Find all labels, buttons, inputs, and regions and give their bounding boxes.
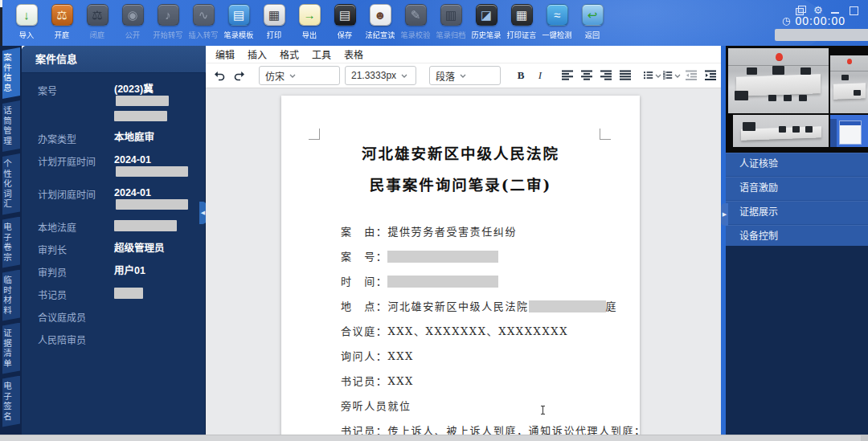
menu-2[interactable]: 插入 — [241, 47, 273, 61]
case-field-value: 超级管理员 — [114, 243, 165, 256]
toolbar-button-export[interactable]: →导出 — [292, 4, 327, 40]
case-field-value: 用户01 — [114, 265, 145, 279]
sidebar-tab-7[interactable]: 电子签名 — [2, 376, 20, 427]
redaction-block — [116, 96, 169, 106]
toolbar-button-label: 导入 — [19, 29, 34, 40]
case-field-row: 审判员用户01 — [38, 265, 206, 279]
redo-button[interactable] — [230, 67, 248, 84]
case-field-value: 2024-01 — [114, 187, 206, 211]
start-transcribe-icon: ♪ — [158, 4, 179, 26]
toolbar-button-close-court[interactable]: ⚖闭庭 — [80, 4, 115, 40]
undo-button[interactable] — [211, 67, 228, 84]
sidebar-tab-6[interactable]: 证据清单 — [2, 323, 20, 374]
document-line: 合议庭：XXX、XXXXXXX、XXXXXXXX — [341, 323, 640, 348]
camera-bottom-view — [733, 115, 829, 147]
toolbar-button-back[interactable]: ↩返回 — [575, 4, 610, 40]
align-center-button[interactable] — [578, 67, 596, 84]
indent-button[interactable] — [702, 67, 719, 84]
italic-button[interactable]: I — [531, 67, 549, 84]
document-page[interactable]: 河北雄安新区中级人民法院 民事案件询问笔录(二审) 案 由：提供劳务者受害责任纠… — [281, 96, 640, 435]
case-field-label: 人民陪审员 — [38, 333, 114, 346]
right-panel-button-3[interactable]: 证据展示 — [726, 201, 868, 225]
chevron-down-icon — [401, 74, 407, 78]
national-emblem — [776, 53, 783, 61]
toolbar-button-history-record[interactable]: ◪历史笔录 — [469, 4, 504, 40]
toolbar-button-print[interactable]: ▦打印 — [256, 4, 292, 40]
toolbar-button-print-testimony[interactable]: ▦打印证言 — [504, 4, 539, 40]
toolbar-button-open-court[interactable]: ⚖开庭 — [44, 4, 80, 40]
bottom-scrollbar[interactable] — [0, 435, 868, 441]
case-field-label: 书记员 — [38, 288, 114, 301]
record-archive-icon: ▥ — [440, 4, 462, 26]
menu-1[interactable]: 编辑 — [209, 47, 241, 61]
maximize-icon[interactable] — [849, 6, 858, 15]
menu-5[interactable]: 表格 — [338, 47, 370, 61]
collapsed-info-bar[interactable] — [775, 29, 868, 41]
case-field-value — [114, 220, 177, 234]
record-verify-icon: ✎ — [405, 4, 427, 26]
right-panel-button-1[interactable]: 人证核验 — [726, 153, 868, 177]
editor-canvas[interactable]: 河北雄安新区中级人民法院 民事案件询问笔录(二审) 案 由：提供劳务者受害责任纠… — [206, 88, 721, 435]
document-line: 询问人：XXX — [341, 348, 640, 373]
toolbar-button-record-archive[interactable]: ▥笔录归档 — [433, 4, 469, 40]
toolbar-button-record-verify[interactable]: ✎笔录校验 — [398, 4, 433, 40]
back-icon: ↩ — [582, 4, 604, 26]
sidebar-tab-5[interactable]: 临时材料 — [2, 270, 20, 321]
toolbar-button-start-transcribe[interactable]: ♪开始转写 — [150, 4, 186, 40]
toolbar-button-record-template[interactable]: ▤笔录模板 — [221, 4, 256, 40]
toolbar-button-save[interactable]: ▤保存 — [327, 4, 362, 40]
toolbar-button-label: 一键检测 — [542, 29, 572, 40]
case-field-row: 人民陪审员 — [38, 333, 206, 346]
toolbar-button-label: 公开 — [125, 29, 140, 40]
toolbar-button-label: 打印证言 — [507, 29, 537, 40]
camera-secondary-view — [830, 55, 868, 113]
toolbar-button-label: 笔录校验 — [401, 29, 431, 40]
redaction-block — [114, 288, 143, 299]
timer-value: 00:00:00 — [796, 14, 846, 27]
right-panel-button-2[interactable]: 语音激励 — [726, 177, 868, 201]
font-size-select[interactable]: 21.3333px — [345, 66, 416, 85]
case-field-row: 书记员 — [38, 288, 206, 301]
record-editor: 编辑插入格式工具表格 仿宋21.3333px段落BIAabc 河北雄安新区中级人… — [206, 46, 721, 435]
sidebar-tab-3[interactable]: 个性化词汇 — [2, 153, 20, 215]
paragraph-format-select[interactable]: 段落 — [429, 66, 501, 85]
align-left-button[interactable] — [559, 67, 576, 84]
courtroom-video[interactable] — [726, 46, 868, 153]
history-record-icon: ◪ — [476, 4, 497, 26]
toolbar-button-label: 打印 — [267, 29, 281, 40]
toolbar-button-insert-transcribe[interactable]: ∿插入转写 — [186, 4, 221, 40]
redaction-block — [114, 220, 177, 231]
bullet-list-button[interactable] — [644, 67, 661, 84]
scrollbar-end-button[interactable] — [861, 435, 868, 441]
case-field-label: 计划闭庭时间 — [38, 187, 114, 211]
right-panel: 人证核验语音激励证据展示设备控制 — [721, 46, 868, 435]
document-line: 案 由：提供劳务者受害责任纠纷 — [341, 223, 640, 248]
public-icon: ◉ — [122, 4, 144, 26]
print-icon: ▦ — [264, 4, 285, 26]
export-icon: → — [299, 4, 321, 26]
menu-4[interactable]: 工具 — [305, 47, 338, 61]
collapse-right-panel-handle[interactable]: ▶ — [721, 203, 728, 226]
case-field-label: 审判员 — [38, 265, 114, 279]
numbered-list-button[interactable] — [663, 67, 681, 84]
outdent-button[interactable] — [682, 67, 700, 84]
toolbar-button-discipline-read[interactable]: ☻法纪宣读 — [362, 4, 398, 40]
toolbar-button-one-key-check[interactable]: ≈一键检测 — [539, 4, 575, 40]
sidebar-tab-4[interactable]: 电子卷宗 — [2, 217, 20, 268]
align-right-button[interactable] — [597, 67, 615, 84]
record-template-icon: ▤ — [228, 4, 250, 26]
case-field-value — [114, 288, 143, 301]
toolbar-button-public[interactable]: ◉公开 — [115, 4, 150, 40]
case-field-label: 合议庭成员 — [38, 310, 114, 324]
case-field-value: 2024-01 — [114, 154, 206, 178]
sidebar-tab-2[interactable]: 话筒管理 — [2, 100, 20, 152]
align-justify-button[interactable] — [616, 67, 634, 84]
bold-button[interactable]: B — [512, 67, 530, 84]
sidebar-tab-1[interactable]: 案件信息 — [2, 47, 20, 99]
toolbar-button-label: 开庭 — [55, 29, 69, 40]
toolbar-button-import[interactable]: ↓导入 — [9, 4, 44, 40]
toolbar-button-label: 法纪宣读 — [366, 29, 395, 40]
window-edge-corner — [0, 0, 2, 7]
menu-3[interactable]: 格式 — [273, 47, 305, 61]
font-family-select[interactable]: 仿宋 — [259, 66, 340, 85]
